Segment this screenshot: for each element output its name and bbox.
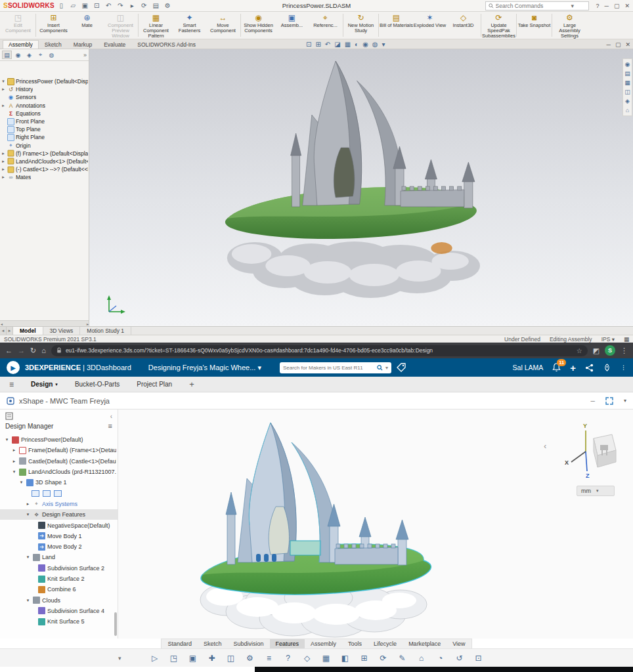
open-file-icon[interactable]: ▱ xyxy=(68,1,78,10)
previous-view-icon[interactable]: ↶ xyxy=(325,41,330,48)
take-snapshot-button[interactable]: ◙Take Snapshot xyxy=(517,12,551,38)
tree-item-top-plane[interactable]: Top Plane xyxy=(1,125,88,133)
linear-component-pattern-button[interactable]: ▦Linear Component Pattern xyxy=(139,12,173,38)
xtree-castle[interactable]: ▸Castle(Default) (Castle<1>(Default)) xyxy=(0,456,118,467)
move-component-button[interactable]: ↔Move Component xyxy=(206,12,240,38)
side-tool-sheet-icon[interactable]: ▤ xyxy=(624,70,630,77)
add-shape-icon[interactable]: ✚ xyxy=(206,652,219,665)
list-icon[interactable]: ≡ xyxy=(263,652,276,665)
hide-show-items-icon[interactable]: ◉ xyxy=(362,41,368,48)
launcher-button[interactable] xyxy=(603,364,611,372)
tree-item-history[interactable]: ▸↺History xyxy=(1,85,88,93)
xtree-design-features[interactable]: ▾❖Design Features xyxy=(0,509,118,520)
tab-assembly[interactable]: Assembly xyxy=(3,40,39,49)
side-tool-select-icon[interactable]: ◉ xyxy=(625,61,630,68)
reference-geometry-button[interactable]: ⌖Referenc... xyxy=(309,12,342,38)
xtab-lifecycle[interactable]: Lifecycle xyxy=(368,639,403,648)
solidworks-viewport[interactable]: ◉ ▤ ▦ ◫ ◈ ⌂ xyxy=(89,49,633,326)
user-name[interactable]: Sal LAMA xyxy=(513,364,544,371)
save-icon[interactable]: ▣ xyxy=(186,652,200,665)
shade-icon[interactable]: ◧ xyxy=(339,652,352,665)
undo-icon[interactable]: ↺ xyxy=(453,652,466,665)
frame-icon[interactable]: ⊡ xyxy=(472,652,485,665)
display-style-icon[interactable]: ◐ xyxy=(355,41,359,48)
xtree-negativespace[interactable]: NegativeSpace(Default) xyxy=(0,520,118,530)
featuremanager-tab-icon[interactable]: ▤ xyxy=(2,51,12,59)
edit-icon[interactable]: ✎ xyxy=(396,652,409,665)
scroll-left-icon[interactable]: ◂ xyxy=(1,322,3,326)
refresh-icon[interactable]: ⟳ xyxy=(377,652,390,665)
units-selector[interactable]: IPS ▾ xyxy=(601,336,615,343)
browser-back-icon[interactable]: ← xyxy=(5,346,12,354)
tree-item-assembly-root[interactable]: ▾PrincessPower (Default<Display Stat xyxy=(1,77,88,85)
xtree-move-body-1[interactable]: ➔Move Body 1 xyxy=(0,531,118,541)
bookmark-star-icon[interactable]: ☆ xyxy=(577,347,582,354)
dx-search-input[interactable] xyxy=(283,365,374,371)
xtab-assembly[interactable]: Assembly xyxy=(305,639,342,648)
xtree-landandclouds[interactable]: ▾LandAndClouds (prd-R11321007... xyxy=(0,467,118,477)
tree-item-sensors[interactable]: ◉Sensors xyxy=(1,93,88,101)
tree-item-front-plane[interactable]: Front Plane xyxy=(1,117,88,125)
show-hidden-components-button[interactable]: ◉Show Hidden Components xyxy=(242,12,275,38)
yz-plane-icon[interactable] xyxy=(43,490,51,497)
tab-solidworks-addins[interactable]: SOLIDWORKS Add-Ins xyxy=(131,40,202,49)
side-tool-grid-icon[interactable]: ▦ xyxy=(624,79,630,86)
side-tool-config-icon[interactable]: ◈ xyxy=(625,98,630,104)
browser-profile-avatar[interactable]: S xyxy=(605,345,615,356)
tab-sketch[interactable]: Sketch xyxy=(39,40,68,49)
search-dropdown-icon[interactable]: ▾ xyxy=(571,3,575,9)
xtree-move-body-2[interactable]: ➔Move Body 2 xyxy=(0,541,118,552)
tab-3d-views[interactable]: 3D Views xyxy=(43,327,81,335)
xtree-frame[interactable]: ▸Frame(Default) (Frame<1>(Detau... xyxy=(0,445,118,455)
primitive-icon[interactable]: ◇ xyxy=(301,652,314,665)
address-bar[interactable]: eu1-ifwe.3dexperience.3ds.com/?ticket=ST… xyxy=(51,345,588,356)
tree-item-origin[interactable]: ⌖Origin xyxy=(1,142,88,150)
xtab-features[interactable]: Features xyxy=(270,639,305,648)
scroll-right-icon[interactable]: ▸ xyxy=(87,322,89,326)
dashboard-title[interactable]: Designing Freyja's Magic Whee... ▾ xyxy=(148,364,261,372)
share-button[interactable] xyxy=(585,364,594,372)
compass-logo-icon[interactable]: ▶ xyxy=(7,361,20,374)
component-preview-window-button[interactable]: ◫Component Preview Window xyxy=(104,12,137,38)
new-motion-study-button[interactable]: ↻New Motion Study xyxy=(344,12,378,38)
tree-item-equations[interactable]: ΣEquations xyxy=(1,110,88,117)
xshape-viewport[interactable]: ‹ Y X Z mm ▾ xyxy=(118,410,633,639)
viewport-prev-arrow[interactable]: ‹ xyxy=(544,441,546,451)
xtree-clouds[interactable]: ▾Clouds xyxy=(0,595,118,605)
xtree-knit-surface-5[interactable]: Knit Surface 5 xyxy=(0,616,118,627)
settings-gear-icon[interactable]: ⚙ xyxy=(244,652,257,665)
mate-button[interactable]: ⊕Mate xyxy=(70,12,104,38)
dimxpert-tab-icon[interactable]: ⌖ xyxy=(35,51,45,59)
zoom-fit-icon[interactable]: ⊡ xyxy=(306,41,311,48)
add-content-button[interactable]: + xyxy=(570,362,576,373)
side-tool-window-icon[interactable]: ◫ xyxy=(624,89,630,95)
xtree-land[interactable]: ▾Land xyxy=(0,552,118,562)
panel-collapse-icon[interactable]: ‹ xyxy=(110,413,112,420)
large-assembly-settings-button[interactable]: ⚙Large Assembly Settings xyxy=(553,12,586,38)
panel-expand-icon[interactable]: » xyxy=(83,52,87,58)
doc-close-icon[interactable]: ✕ xyxy=(625,41,630,48)
xtree-knit-surface-2[interactable]: Knit Surface 2 xyxy=(0,574,118,584)
tab-markup[interactable]: Markup xyxy=(68,40,98,49)
zx-plane-icon[interactable] xyxy=(54,490,62,497)
command-search-input[interactable] xyxy=(496,3,569,9)
tree-item-right-plane[interactable]: Right Plane xyxy=(1,133,88,141)
view-orientation-icon[interactable]: ▦ xyxy=(345,41,351,48)
propertymanager-tab-icon[interactable]: ◉ xyxy=(13,51,23,59)
xtab-view[interactable]: View xyxy=(447,639,471,648)
side-tool-home-icon[interactable]: ⌂ xyxy=(626,107,629,114)
extensions-icon[interactable]: ◩ xyxy=(593,346,600,355)
hamburger-menu-icon[interactable]: ≡ xyxy=(9,380,14,389)
dx-more-icon[interactable]: ⋮ xyxy=(621,364,626,371)
view-settings-icon[interactable]: ▾ xyxy=(382,41,385,48)
maximize-icon[interactable]: ▢ xyxy=(614,3,620,9)
tab-bucket-o-parts[interactable]: Bucket-O-Parts xyxy=(75,381,120,388)
xtab-standard[interactable]: Standard xyxy=(162,639,198,648)
command-search[interactable]: ▾ xyxy=(485,1,589,10)
browser-forward-icon[interactable]: → xyxy=(18,346,25,354)
file-properties-icon[interactable]: ▤ xyxy=(151,1,161,10)
xtree-princesspower[interactable]: ▾PrincessPower(Default) xyxy=(0,434,118,445)
minimize-icon[interactable]: ─ xyxy=(605,3,609,9)
insert-icon[interactable]: ⊞ xyxy=(358,652,371,665)
tree-item-castle[interactable]: ▸(-) Castle<1> -->? (Default<<Defa xyxy=(1,165,88,173)
